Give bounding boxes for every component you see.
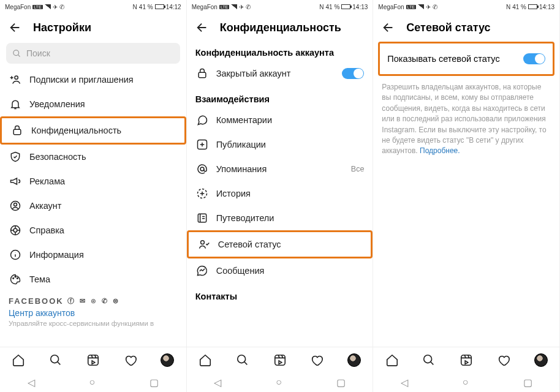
nav-profile[interactable] <box>534 353 548 367</box>
item-notifications[interactable]: Уведомления <box>0 92 186 116</box>
svg-point-11 <box>51 355 59 363</box>
nav-home[interactable] <box>385 353 399 367</box>
back-button[interactable] <box>382 21 395 34</box>
status-bar: MegaFon LTE ✈✆ N 41 % 14:13 <box>187 0 373 12</box>
clock: 14:12 <box>166 4 181 10</box>
item-guides[interactable]: Путеводители <box>187 206 373 230</box>
item-label: Тема <box>29 274 178 284</box>
item-theme[interactable]: Тема <box>0 267 186 292</box>
back-button[interactable] <box>195 21 209 34</box>
svg-point-9 <box>15 276 16 277</box>
sys-back[interactable]: ◁ <box>401 377 408 388</box>
nav-likes[interactable] <box>497 353 510 367</box>
sys-back[interactable]: ◁ <box>214 377 221 388</box>
lock-icon <box>195 67 209 80</box>
description: Разрешить владельцам аккаунтов, на котор… <box>373 78 559 157</box>
accounts-center-link[interactable]: Центр аккаунтов <box>0 307 186 319</box>
svg-rect-17 <box>198 214 206 222</box>
clock: 14:13 <box>352 4 368 10</box>
item-label: Безопасность <box>29 152 178 162</box>
sys-home[interactable]: ○ <box>463 377 469 388</box>
highlight-box: Показывать сетевой статус <box>378 42 554 76</box>
status-bar: MegaFon LTE ✈✆ N 41 % 14:12 <box>0 0 186 12</box>
nav-profile[interactable] <box>347 353 361 367</box>
sys-home[interactable]: ○ <box>89 377 96 388</box>
item-label: Публикации <box>216 140 365 149</box>
item-label: Подписки и приглашения <box>29 75 178 85</box>
sys-home[interactable]: ○ <box>276 377 282 388</box>
megaphone-icon <box>9 175 22 187</box>
item-account[interactable]: Аккаунт <box>0 194 186 218</box>
user-icon <box>9 200 22 212</box>
messenger-icon <box>195 265 209 277</box>
sys-recent[interactable]: ▢ <box>336 377 346 388</box>
item-label: Сообщения <box>216 266 365 276</box>
item-privacy[interactable]: Конфиденциальность <box>0 116 186 145</box>
story-icon <box>195 187 209 200</box>
nav-reels[interactable] <box>273 353 287 367</box>
nav-search[interactable] <box>49 353 62 367</box>
svg-point-19 <box>238 355 246 363</box>
item-ads[interactable]: Реклама <box>0 169 186 194</box>
add-user-icon <box>9 74 22 86</box>
sys-recent[interactable]: ▢ <box>523 377 532 388</box>
back-button[interactable] <box>9 21 22 34</box>
lock-icon <box>10 124 24 137</box>
nav-likes[interactable] <box>310 353 324 367</box>
carrier-label: MegaFon <box>5 4 31 10</box>
learn-more-link[interactable]: Подробнее. <box>420 146 460 155</box>
item-messages[interactable]: Сообщения <box>187 258 373 283</box>
svg-point-15 <box>200 167 204 171</box>
bell-icon <box>9 98 22 110</box>
nav-profile[interactable] <box>161 353 174 367</box>
battery-percent: 41 % <box>139 4 153 10</box>
svg-point-1 <box>15 76 18 79</box>
search-input[interactable]: Поиск <box>6 43 180 64</box>
activity-icon <box>197 238 211 251</box>
svg-point-10 <box>17 278 18 279</box>
clock: 14:13 <box>539 4 554 10</box>
nav-home[interactable] <box>12 353 25 367</box>
item-label: Информация <box>29 250 178 260</box>
avatar-icon <box>161 353 174 367</box>
svg-point-4 <box>14 203 17 206</box>
sys-back[interactable]: ◁ <box>28 377 35 388</box>
nav-likes[interactable] <box>124 353 137 367</box>
item-label: Аккаунт <box>29 201 178 211</box>
nav-reels[interactable] <box>460 353 473 367</box>
nav-search[interactable] <box>422 353 436 367</box>
item-private-account[interactable]: Закрытый аккаунт <box>187 61 373 86</box>
item-story[interactable]: История <box>187 181 373 206</box>
toggle-private[interactable] <box>342 68 364 79</box>
item-help[interactable]: Справка <box>0 218 186 243</box>
nav-home[interactable] <box>199 353 212 367</box>
toggle-label: Показывать сетевой статус <box>387 54 499 64</box>
item-label: Закрытый аккаунт <box>216 69 342 78</box>
item-security[interactable]: Безопасность <box>0 145 186 169</box>
nav-search[interactable] <box>236 353 249 367</box>
battery-icon <box>155 4 164 9</box>
settings-list: Подписки и приглашения Уведомления Конфи… <box>0 67 186 347</box>
page-title: Сетевой статус <box>406 21 490 34</box>
info-icon <box>9 249 22 261</box>
svg-rect-2 <box>13 129 21 134</box>
item-posts[interactable]: Публикации <box>187 132 373 157</box>
item-comments[interactable]: Комментарии <box>187 108 373 132</box>
sys-recent[interactable]: ▢ <box>149 377 159 388</box>
item-label: Реклама <box>29 176 178 186</box>
bottom-nav <box>187 347 373 372</box>
signal-icon <box>45 4 51 9</box>
item-info[interactable]: Информация <box>0 243 186 267</box>
svg-point-8 <box>13 278 14 279</box>
item-label: Сетевой статус <box>218 239 363 249</box>
nav-reels[interactable] <box>86 353 100 367</box>
item-activity-status[interactable]: Сетевой статус <box>187 230 373 258</box>
item-subs-invites[interactable]: Подписки и приглашения <box>0 67 186 92</box>
toggle-activity-status[interactable] <box>523 53 545 64</box>
panel-activity-status: MegaFon LTE ✈✆ N 41 % 14:13 Сетевой стат… <box>373 0 560 392</box>
help-icon <box>9 224 22 236</box>
guide-icon <box>195 212 209 224</box>
nfc-icon: N <box>133 4 137 10</box>
item-label: Уведомления <box>29 99 178 109</box>
item-mentions[interactable]: Упоминания Все <box>187 157 373 181</box>
